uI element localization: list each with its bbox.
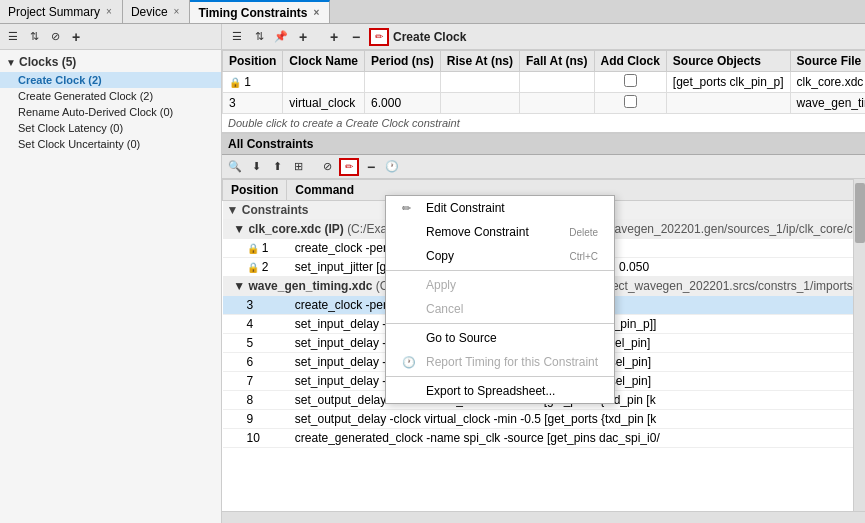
cell-pos: 4 [223,315,287,334]
cell-pos: 🔒 2 [223,258,287,277]
col-add-clock: Add Clock [594,51,666,72]
cell-add-clock[interactable] [594,72,666,93]
cell-pos: 7 [223,372,287,391]
lock-icon: 🔒 [229,77,241,88]
cell-clock-name [283,72,365,93]
edit-constraint-icon: ✏ [402,202,418,215]
col-period: Period (ns) [365,51,441,72]
cell-source-objects [666,93,790,114]
right-toolbar-minus[interactable]: − [347,28,365,46]
right-toolbar-add2[interactable]: + [325,28,343,46]
ctx-apply: Apply [386,273,614,297]
left-panel: ☰ ⇅ ⊘ + ▼ Clocks (5) Create Clock (2) Cr… [0,24,222,523]
right-toolbar-add[interactable]: + [294,28,312,46]
left-toolbar-filter-btn[interactable]: ⊘ [46,28,64,46]
constraints-grid-btn[interactable]: ⊞ [289,158,307,176]
ctx-edit-constraint[interactable]: ✏ Edit Constraint [386,196,614,220]
tree-item-create-generated-clock[interactable]: Create Generated Clock (2) [0,88,221,104]
ctx-sep2 [386,323,614,324]
col-position: Position [223,51,283,72]
tab-bar: Project Summary × Device × Timing Constr… [0,0,865,24]
tab-label: Project Summary [8,5,100,19]
ctx-report-timing: 🕐 Report Timing for this Constraint [386,350,614,374]
constraints-filter-btn[interactable]: ⊘ [318,158,336,176]
right-toolbar-pin[interactable]: 📌 [272,28,290,46]
cell-fall-at [519,72,594,93]
left-toolbar-up-btn[interactable]: ⇅ [25,28,43,46]
th-position: Position [223,180,287,201]
cell-command: set_output_delay -clock virtual_clock -m… [287,410,853,429]
scroll-thumb[interactable] [855,183,865,243]
right-toolbar-toggle[interactable]: ⇅ [250,28,268,46]
col-source-file: Source File [790,51,865,72]
lock-icon: 🔒 [247,243,259,254]
horizontal-scrollbar[interactable] [222,511,865,523]
cell-pos: 5 [223,334,287,353]
cell-command: create_generated_clock -name spi_clk -so… [287,429,853,448]
cell-pos: 3 [223,296,287,315]
add-clock-checkbox[interactable] [624,74,637,87]
ctx-apply-label: Apply [426,278,456,292]
ctx-sep3 [386,376,614,377]
ctx-edit-label: Edit Constraint [426,201,505,215]
col-fall-at: Fall At (ns) [519,51,594,72]
left-toolbar-menu-btn[interactable]: ☰ [4,28,22,46]
tab-label: Device [131,5,168,19]
ctx-copy-shortcut: Ctrl+C [569,251,598,262]
ctx-copy[interactable]: Copy Ctrl+C [386,244,614,268]
constraints-minus-btn[interactable]: − [362,158,380,176]
tree-item-set-clock-uncertainty[interactable]: Set Clock Uncertainty (0) [0,136,221,152]
tab-device[interactable]: Device × [123,0,191,23]
cell-pos: 10 [223,429,287,448]
tree-item-set-clock-latency[interactable]: Set Clock Latency (0) [0,120,221,136]
cell-fall-at [519,93,594,114]
vertical-scrollbar[interactable] [853,179,865,511]
add-clock-checkbox2[interactable] [624,95,637,108]
right-toolbar-menu[interactable]: ☰ [228,28,246,46]
col-clock-name: Clock Name [283,51,365,72]
constraints-search-btn[interactable]: 🔍 [226,158,244,176]
table-row[interactable]: 🔒 1 [get_ports clk_pin_p] clk_core.xdc c… [223,72,866,93]
ctx-remove-constraint[interactable]: Remove Constraint Delete [386,220,614,244]
left-toolbar-add-btn[interactable]: + [67,28,85,46]
col-rise-at: Rise At (ns) [440,51,519,72]
constraints-align-top-btn[interactable]: ⬆ [268,158,286,176]
hint-text: Double click to create a Create Clock co… [222,114,865,133]
ctx-copy-label: Copy [426,249,454,263]
cell-period [365,72,441,93]
left-tree: ▼ Clocks (5) Create Clock (2) Create Gen… [0,50,221,523]
create-clock-bar: ☰ ⇅ 📌 + + − ✏ Create Clock [222,24,865,50]
left-toolbar: ☰ ⇅ ⊘ + [0,24,221,50]
constraints-clock-btn[interactable]: 🕐 [383,158,401,176]
tab-label: Timing Constraints [198,6,307,20]
cell-pos: 6 [223,353,287,372]
cell-pos: 9 [223,410,287,429]
ctx-go-to-source-label: Go to Source [426,331,497,345]
edit-constraint-btn[interactable]: ✏ [369,28,389,46]
constraints-edit-btn[interactable]: ✏ [339,158,359,176]
tab-project-summary[interactable]: Project Summary × [0,0,123,23]
ctx-go-to-source[interactable]: Go to Source [386,326,614,350]
cell-clock-name: virtual_clock [283,93,365,114]
table-row[interactable]: 9 set_output_delay -clock virtual_clock … [223,410,854,429]
constraints-toolbar: 🔍 ⬇ ⬆ ⊞ ⊘ ✏ − 🕐 [222,155,865,179]
create-clock-title: Create Clock [393,30,466,44]
cell-period: 6.000 [365,93,441,114]
table-row[interactable]: 10 create_generated_clock -name spi_clk … [223,429,854,448]
cell-add-clock[interactable] [594,93,666,114]
clock-table: Position Clock Name Period (ns) Rise At … [222,50,865,114]
all-constraints-header: All Constraints [222,134,865,155]
tree-item-create-clock[interactable]: Create Clock (2) [0,72,221,88]
ctx-cancel: Cancel [386,297,614,321]
constraints-align-bottom-btn[interactable]: ⬇ [247,158,265,176]
tab-close-timing-constraints[interactable]: × [312,7,322,18]
tree-item-rename-auto[interactable]: Rename Auto-Derived Clock (0) [0,104,221,120]
table-row[interactable]: 3 virtual_clock 6.000 wave_gen_timing.xd… [223,93,866,114]
lock-icon2: 🔒 [247,262,259,273]
tab-timing-constraints[interactable]: Timing Constraints × [190,0,330,23]
tab-close-device[interactable]: × [172,6,182,17]
ctx-remove-shortcut: Delete [569,227,598,238]
tab-close-project-summary[interactable]: × [104,6,114,17]
ctx-export-spreadsheet[interactable]: Export to Spreadsheet... [386,379,614,403]
ctx-remove-label: Remove Constraint [426,225,529,239]
